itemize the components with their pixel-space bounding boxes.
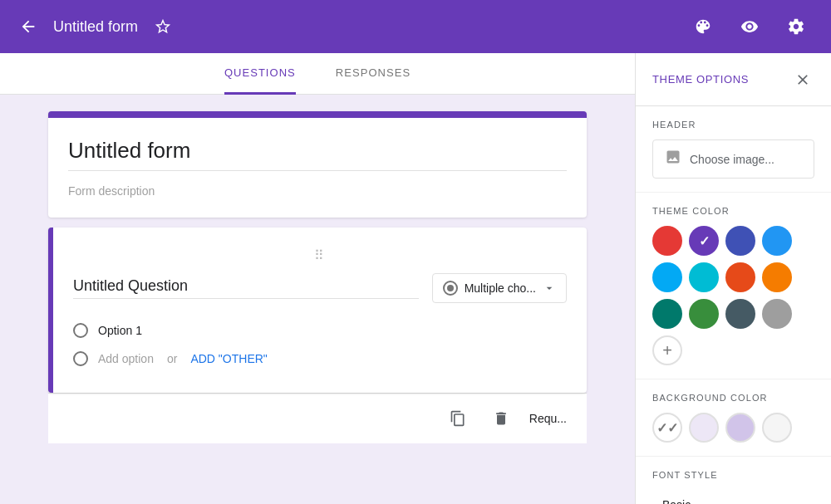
add-color-button[interactable]: + [652,335,682,365]
or-label: or [167,352,177,365]
settings-button[interactable] [781,12,811,42]
palette-button[interactable] [688,12,718,42]
bg-color-swatch-3[interactable] [762,413,792,443]
theme-color-swatch-3[interactable] [762,226,792,256]
theme-color-swatch-2[interactable] [725,226,755,256]
star-button[interactable] [148,12,178,42]
preview-button[interactable] [735,12,765,42]
question-row: Multiple cho... [73,273,567,303]
font-style-title: FONT STYLE [652,470,814,480]
bg-color-swatch-1[interactable] [689,413,719,443]
theme-color-swatch-0[interactable] [652,226,682,256]
theme-color-swatch-4[interactable] [652,262,682,292]
tabs-bar: QUESTIONS RESPONSES [0,53,635,95]
question-title-input[interactable] [73,277,419,299]
font-list: BasicDecorativeFormalPlayful [652,490,814,504]
question-card: ⠿ Multiple cho... Option 1 [48,228,587,393]
delete-button[interactable] [486,404,516,433]
form-panel: QUESTIONS RESPONSES Untitled form Form d… [0,53,635,504]
theme-color-section: THEME COLOR + [636,193,831,379]
main-area: QUESTIONS RESPONSES Untitled form Form d… [0,53,831,504]
form-card-wrapper: Untitled form Form description ⠿ Multipl… [35,111,600,443]
question-type-label: Multiple cho... [465,281,536,295]
radio-icon [443,281,458,296]
form-title[interactable]: Untitled form [68,138,567,171]
background-color-title: BACKGROUND COLOR [652,393,814,403]
back-button[interactable] [13,12,43,42]
theme-color-swatch-11[interactable] [762,299,792,329]
bg-color-swatch-0[interactable]: ✓ [652,413,682,443]
theme-color-swatch-5[interactable] [689,262,719,292]
drag-handle: ⠿ [73,247,567,263]
card-footer: Requ... [48,393,587,443]
theme-color-grid [652,226,814,329]
theme-color-swatch-1[interactable] [689,226,719,256]
add-other-link[interactable]: ADD "OTHER" [190,352,267,365]
choose-image-label: Choose image... [690,153,774,166]
theme-color-title: THEME COLOR [652,206,814,216]
theme-color-swatch-6[interactable] [725,262,755,292]
theme-color-swatch-8[interactable] [652,299,682,329]
required-label: Requ... [529,412,567,425]
theme-close-button[interactable] [791,68,814,91]
top-bar: Untitled form [0,0,831,53]
add-option-label[interactable]: Add option [98,352,154,365]
theme-panel: THEME OPTIONS HEADER Choose image... THE… [635,53,831,504]
option-label-1: Option 1 [98,324,142,337]
tab-questions[interactable]: QUESTIONS [224,53,296,95]
header-section-title: HEADER [652,120,814,130]
option-radio-add [73,351,88,366]
duplicate-button[interactable] [443,404,473,433]
theme-color-swatch-9[interactable] [689,299,719,329]
bg-color-row: ✓ [652,413,814,443]
required-toggle: Requ... [529,412,567,425]
header-section: HEADER Choose image... [636,106,831,193]
font-style-section: FONT STYLE BasicDecorativeFormalPlayful [636,457,831,504]
theme-panel-header: THEME OPTIONS [636,53,831,106]
background-color-section: BACKGROUND COLOR ✓ [636,379,831,457]
option-item: Option 1 [73,316,567,345]
choose-image-button[interactable]: Choose image... [652,139,814,179]
bg-color-swatch-2[interactable] [725,413,755,443]
tab-responses[interactable]: RESPONSES [336,53,411,95]
add-option-item: Add option or ADD "OTHER" [73,345,567,373]
theme-color-swatch-10[interactable] [725,299,755,329]
option-radio-1 [73,323,88,338]
top-bar-left: Untitled form [13,12,678,42]
theme-panel-title: THEME OPTIONS [652,73,749,86]
font-item-basic[interactable]: Basic [652,490,814,504]
theme-color-swatch-7[interactable] [762,262,792,292]
form-description[interactable]: Form description [68,181,567,198]
question-type-button[interactable]: Multiple cho... [432,273,567,303]
form-title-header: Untitled form [53,18,138,36]
top-bar-icons [688,12,811,42]
options-list: Option 1 Add option or ADD "OTHER" [73,316,567,373]
image-icon [665,149,681,169]
form-title-card: Untitled form Form description [48,111,587,218]
